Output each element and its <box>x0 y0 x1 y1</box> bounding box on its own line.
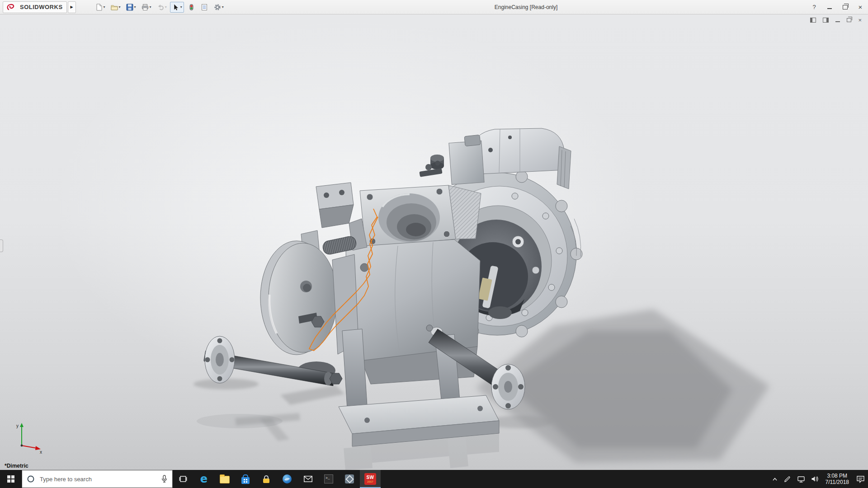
x-axis-arrow <box>22 446 37 448</box>
microphone-icon[interactable] <box>161 475 168 483</box>
flyout-arrow-icon: ▶ <box>70 5 73 9</box>
mail-icon <box>304 476 312 482</box>
document-window-controls: × <box>810 17 862 23</box>
undo-button[interactable]: ▾ <box>155 2 169 13</box>
window-controls: ? × <box>807 0 868 14</box>
dropdown-arrow-icon[interactable]: ▾ <box>222 5 224 9</box>
undo-icon <box>156 3 165 11</box>
engine-casing-model <box>0 14 868 470</box>
file-explorer-button[interactable] <box>214 470 235 488</box>
dropdown-arrow-icon[interactable]: ▾ <box>150 5 151 9</box>
tray-expand-button[interactable] <box>769 470 781 488</box>
graphics-area[interactable]: × y x *Dimetric <box>0 14 868 470</box>
search-input[interactable] <box>39 475 157 483</box>
pane-left-icon[interactable] <box>810 18 816 23</box>
feature-pane-splitter[interactable] <box>0 239 3 252</box>
options-gear-icon <box>213 3 222 11</box>
dropdown-arrow-icon[interactable]: ▾ <box>180 5 182 9</box>
clutch-disc <box>260 241 359 380</box>
save-icon <box>126 3 134 11</box>
solidworks-window: SOLIDWORKS ▶ ▾ ▾ <box>0 0 868 488</box>
edge-icon: e <box>200 474 208 484</box>
pen-button[interactable] <box>781 470 794 488</box>
save-button[interactable]: ▾ <box>124 2 138 13</box>
file-properties-button[interactable] <box>198 2 210 13</box>
pen-icon <box>784 475 791 483</box>
action-center-icon <box>856 475 865 483</box>
orientation-triad: y x <box>3 422 44 454</box>
task-view-icon <box>179 475 187 483</box>
search-box[interactable] <box>22 470 173 488</box>
clock[interactable]: 3:08 PM 7/11/2018 <box>821 473 854 485</box>
solidworks-taskbar-button[interactable]: SW 2017 <box>360 470 381 488</box>
doc-minimize-button[interactable] <box>835 18 840 22</box>
axis-label-y: y <box>16 423 19 428</box>
close-icon: × <box>859 4 863 10</box>
edge-button[interactable]: e <box>193 470 214 488</box>
app-button[interactable] <box>339 470 360 488</box>
doc-close-button[interactable]: × <box>858 17 862 23</box>
solidworks-icon: SW 2017 <box>364 473 376 485</box>
maximize-button[interactable] <box>837 0 853 14</box>
network-button[interactable] <box>794 470 808 488</box>
rebuild-button[interactable] <box>185 2 197 13</box>
new-document-button[interactable]: ▾ <box>93 2 107 13</box>
lock-icon <box>263 479 269 483</box>
task-view-button[interactable] <box>173 470 193 488</box>
help-icon: ? <box>812 4 816 10</box>
file-properties-icon <box>200 3 208 11</box>
open-folder-icon <box>110 3 118 11</box>
print-button[interactable]: ▾ <box>139 2 153 13</box>
restore-icon <box>843 5 848 9</box>
options-button[interactable]: ▾ <box>212 2 226 13</box>
store-icon <box>241 477 250 484</box>
taskbar: e >_ SW 2017 <box>0 470 868 488</box>
cortana-icon <box>27 475 35 483</box>
title-bar: SOLIDWORKS ▶ ▾ ▾ <box>0 0 868 14</box>
axis-label-x: x <box>40 450 42 454</box>
volume-button[interactable] <box>808 470 821 488</box>
select-tool-button[interactable]: ▾ <box>170 2 184 13</box>
terminal-icon: >_ <box>324 474 333 483</box>
carburetor-flange <box>360 185 481 247</box>
dropdown-arrow-icon[interactable]: ▾ <box>134 5 136 9</box>
security-app-button[interactable] <box>256 470 277 488</box>
browser-app-button[interactable] <box>277 470 297 488</box>
app-icon <box>345 474 354 483</box>
dropdown-arrow-icon[interactable]: ▾ <box>165 5 167 9</box>
action-center-button[interactable] <box>853 470 868 488</box>
help-button[interactable]: ? <box>807 0 822 14</box>
select-cursor-icon <box>172 3 180 11</box>
menu-expand-button[interactable]: ▶ <box>68 1 76 13</box>
terminal-button[interactable]: >_ <box>318 470 339 488</box>
pane-right-icon[interactable] <box>823 18 829 23</box>
system-tray: 3:08 PM 7/11/2018 <box>769 470 868 488</box>
open-button[interactable]: ▾ <box>108 2 123 13</box>
start-button[interactable] <box>0 470 22 488</box>
dropdown-arrow-icon[interactable]: ▾ <box>119 5 121 9</box>
clock-date: 7/11/2018 <box>826 479 849 485</box>
volume-icon <box>811 475 818 483</box>
rebuild-icon <box>187 3 195 11</box>
minimize-icon <box>827 5 832 9</box>
browser-app-icon <box>283 474 292 483</box>
quick-access-toolbar: ▾ ▾ ▾ <box>93 2 226 13</box>
document-title: EngineCasing [Read-only] <box>495 4 557 10</box>
view-orientation-label: *Dimetric <box>5 463 28 469</box>
print-icon <box>141 3 149 11</box>
chevron-up-icon <box>772 477 778 481</box>
network-icon <box>797 476 805 483</box>
solidworks-menu-button[interactable]: SOLIDWORKS <box>3 1 67 13</box>
doc-restore-button[interactable] <box>847 18 851 22</box>
minimize-button[interactable] <box>822 0 837 14</box>
new-document-icon <box>95 3 103 11</box>
file-explorer-icon <box>220 476 230 483</box>
dropdown-arrow-icon[interactable]: ▾ <box>104 5 105 9</box>
logo-text: SOLIDWORKS <box>20 4 63 10</box>
store-button[interactable] <box>235 470 256 488</box>
windows-logo-icon <box>7 475 15 483</box>
close-button[interactable]: × <box>853 0 868 14</box>
dassault-logo-icon <box>7 3 18 11</box>
clock-time: 3:08 PM <box>827 473 847 479</box>
mail-button[interactable] <box>297 470 318 488</box>
